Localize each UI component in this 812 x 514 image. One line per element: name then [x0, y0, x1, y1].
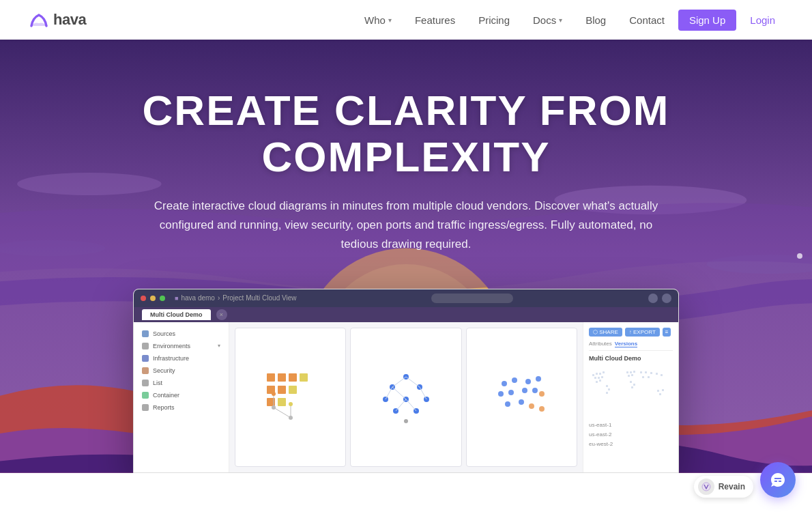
logo-link[interactable]: hava: [27, 8, 86, 31]
svg-point-53: [539, 406, 545, 412]
app-search-bar: [431, 294, 513, 303]
svg-rect-61: [596, 381, 598, 383]
nav-link-docs[interactable]: Docs ▾: [523, 10, 572, 30]
svg-rect-65: [633, 371, 635, 373]
nav-item-login[interactable]: Login: [740, 10, 785, 30]
nav-link-contact[interactable]: Contact: [620, 10, 674, 30]
app-topbar-icons: [648, 294, 671, 303]
svg-rect-63: [626, 371, 628, 373]
sidebar-item-list[interactable]: List: [134, 377, 229, 389]
hero-section: CREATE CLARITY FROM COMPLEXITY Create in…: [0, 40, 812, 473]
svg-rect-67: [631, 374, 633, 376]
svg-rect-82: [662, 389, 664, 391]
app-tab-active[interactable]: Multi Cloud Demo: [142, 309, 211, 320]
panel-tabs: Attributes Versions: [589, 341, 673, 351]
svg-rect-15: [289, 386, 297, 394]
hero-screenshot-wrapper: ■ hava demo › Project Multi Cloud View M…: [133, 289, 679, 473]
svg-rect-71: [656, 373, 658, 375]
slide-dot-indicator[interactable]: [797, 253, 802, 259]
chat-widget: Revain: [694, 462, 796, 473]
nav-item-contact[interactable]: Contact: [620, 10, 674, 30]
svg-point-47: [522, 388, 527, 393]
svg-line-35: [406, 377, 420, 387]
sidebar-item-reports[interactable]: Reports: [134, 401, 229, 414]
svg-rect-77: [631, 386, 633, 388]
region-item-3: eu-west-2: [589, 440, 673, 449]
svg-rect-58: [594, 377, 596, 379]
container-icon: [142, 392, 149, 399]
panel-options-button[interactable]: ≡: [663, 328, 671, 337]
world-map-visualization: [589, 366, 673, 420]
sidebar-item-security[interactable]: Security: [134, 365, 229, 377]
svg-rect-73: [642, 376, 644, 378]
svg-point-49: [539, 391, 545, 397]
svg-rect-70: [650, 372, 652, 374]
sidebar-item-environments[interactable]: Environments ▾: [134, 340, 229, 352]
window-maximize-dot: [160, 296, 165, 301]
nav-link-blog[interactable]: Blog: [576, 10, 615, 30]
window-close-dot: [141, 296, 146, 301]
panel-share-button[interactable]: ⬡ SHARE: [589, 328, 622, 337]
svg-rect-11: [289, 373, 297, 382]
app-main-content: [229, 322, 583, 472]
svg-rect-64: [630, 371, 632, 373]
svg-rect-78: [606, 385, 608, 387]
nav-item-pricing[interactable]: Pricing: [469, 10, 519, 30]
svg-rect-69: [645, 371, 647, 373]
panel-title: Multi Cloud Demo: [589, 355, 673, 362]
infrastructure-icon: [142, 355, 149, 362]
svg-rect-74: [648, 376, 650, 378]
nav-link-signup[interactable]: Sign Up: [678, 10, 736, 31]
nav-item-who[interactable]: Who ▾: [355, 10, 401, 30]
svg-point-41: [502, 381, 507, 386]
breadcrumb-part1: hava demo: [181, 294, 214, 302]
svg-point-52: [529, 403, 534, 409]
diagram-block-left: [235, 328, 346, 467]
left-diagram-svg: [260, 367, 321, 428]
panel-tab-attributes[interactable]: Attributes: [589, 341, 612, 347]
svg-rect-14: [278, 386, 286, 394]
nav-link-features[interactable]: Features: [405, 10, 465, 30]
nav-item-features[interactable]: Features: [405, 10, 465, 30]
svg-rect-57: [603, 371, 605, 373]
nav-item-docs[interactable]: Docs ▾: [523, 10, 572, 30]
breadcrumb-part2: Project Multi Cloud View: [222, 294, 296, 302]
sidebar-item-sources[interactable]: Sources: [134, 328, 229, 340]
sidebar-item-infrastructure[interactable]: Infrastructure: [134, 352, 229, 365]
hero-content: CREATE CLARITY FROM COMPLEXITY Create in…: [99, 87, 713, 255]
panel-export-button[interactable]: ↑ EXPORT: [625, 328, 660, 337]
app-settings-icon: [648, 294, 658, 303]
svg-point-43: [525, 379, 531, 384]
chat-open-button[interactable]: [760, 462, 796, 473]
svg-rect-79: [608, 388, 610, 390]
navbar: hava Who ▾ Features Pricing Docs ▾: [0, 0, 812, 40]
svg-point-50: [505, 401, 510, 407]
breadcrumb-logo: ■: [175, 295, 178, 302]
nav-link-login[interactable]: Login: [740, 10, 785, 30]
nav-link-who[interactable]: Who ▾: [355, 10, 401, 30]
svg-line-19: [274, 408, 291, 418]
right-diagram-svg: [491, 367, 552, 428]
nav-link-pricing[interactable]: Pricing: [469, 10, 519, 30]
app-close-tab-icon[interactable]: ×: [216, 309, 227, 320]
nav-item-signup[interactable]: Sign Up: [678, 10, 736, 31]
panel-tab-versions[interactable]: Versions: [615, 341, 637, 347]
region-item-1: us-east-1: [589, 420, 673, 430]
svg-point-42: [512, 377, 517, 383]
nav-item-blog[interactable]: Blog: [576, 10, 615, 30]
region-item-2: us-east-2: [589, 430, 673, 440]
sidebar-item-container[interactable]: Container: [134, 389, 229, 401]
list-icon: [142, 380, 149, 386]
svg-rect-75: [630, 381, 632, 383]
app-breadcrumb: ■ hava demo › Project Multi Cloud View: [175, 294, 296, 302]
app-right-panel: ⬡ SHARE ↑ EXPORT ≡ Attributes Versions M…: [583, 322, 678, 472]
hero-title: CREATE CLARITY FROM COMPLEXITY: [113, 87, 699, 180]
svg-rect-59: [598, 377, 600, 379]
svg-point-46: [508, 390, 514, 395]
svg-point-24: [289, 416, 293, 420]
panel-regions-list: us-east-1 us-east-2 eu-west-2: [589, 420, 673, 450]
middle-diagram-svg: [375, 367, 437, 428]
svg-rect-76: [633, 384, 635, 386]
svg-line-37: [392, 387, 406, 399]
svg-rect-12: [300, 373, 308, 382]
